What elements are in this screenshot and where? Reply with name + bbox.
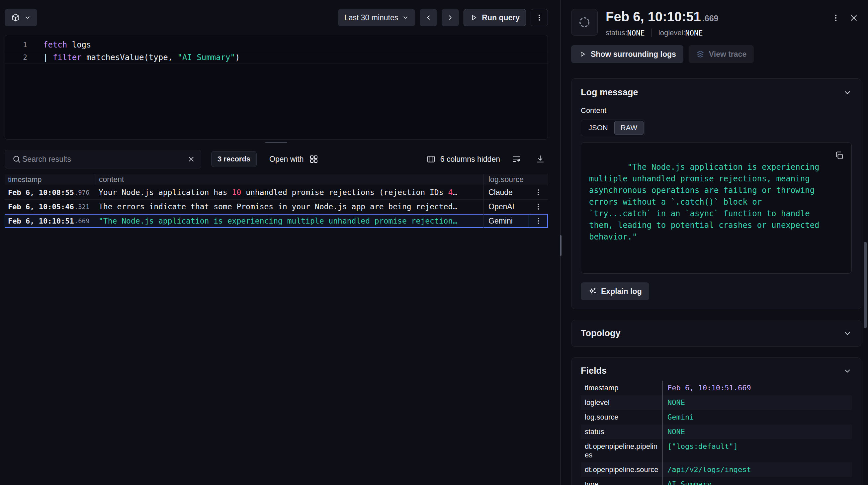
field-value: AI Summary (663, 477, 852, 485)
open-with-control[interactable]: Open with (269, 154, 318, 164)
search-input[interactable] (22, 155, 184, 164)
log-detail-panel: Feb 6, 10:10:51.669 status: NONE logleve… (561, 0, 868, 485)
row-content: "The Node.js application is experiencing… (94, 214, 484, 228)
view-trace-label: View trace (709, 50, 746, 59)
row-timestamp: Feb 6, 10:10:51.669 (5, 214, 94, 228)
run-query-button[interactable]: Run query (464, 9, 526, 26)
apps-grid-icon (309, 154, 318, 164)
field-row[interactable]: status NONE (581, 425, 852, 439)
app-switcher-button[interactable] (5, 9, 37, 26)
panel-buttons: Show surrounding logs View trace (571, 45, 861, 63)
panel-subheader: status: NONE loglevel: NONE (606, 29, 828, 37)
row-menu-button[interactable] (529, 214, 548, 228)
format-toggle: JSON RAW (581, 120, 645, 136)
records-count-badge: 3 records (211, 151, 257, 167)
search-icon (11, 153, 22, 165)
timeframe-next-button[interactable] (442, 9, 459, 26)
columns-hidden-button[interactable]: 6 columns hidden (426, 154, 500, 164)
header-menu-spacer (529, 174, 548, 185)
spinner-icon (571, 9, 598, 35)
table-row-selected[interactable]: Feb 6, 10:10:51.669 "The Node.js applica… (5, 214, 548, 228)
header-timestamp[interactable]: timestamp (5, 174, 94, 185)
log-message-title: Log message (581, 87, 638, 98)
topology-title: Topology (581, 328, 620, 338)
row-source: Claude (484, 185, 529, 199)
cube-icon (11, 13, 20, 22)
field-label: type (581, 477, 662, 485)
field-label: log.source (581, 410, 662, 425)
row-content: Your Node.js application has 10 unhandle… (94, 185, 484, 199)
fields-header[interactable]: Fields (581, 366, 852, 376)
table-row[interactable]: Feb 6, 10:05:46.321 The errors indicate … (5, 200, 548, 214)
field-value: ["logs:default"] (663, 439, 852, 462)
chevron-down-icon[interactable] (843, 367, 852, 375)
loglevel-label: loglevel: (658, 29, 685, 37)
code-line-1: fetch logs (36, 40, 91, 50)
row-menu-button[interactable] (529, 200, 548, 214)
status-label: status: (606, 29, 627, 37)
results-toolbar: 3 records Open with 6 columns hidden (5, 150, 548, 169)
view-trace-button[interactable]: View trace (689, 45, 754, 63)
results-table: timestamp content log.source Feb 6, 10:0… (5, 174, 548, 228)
tab-json[interactable]: JSON (582, 121, 614, 135)
chevron-down-icon[interactable] (843, 329, 852, 338)
panel-scrollbar[interactable] (864, 242, 867, 328)
chevron-down-icon (24, 14, 31, 21)
field-label: dt.openpipeline.source (581, 462, 662, 477)
field-row[interactable]: timestamp Feb 6, 10:10:51.669 (581, 381, 852, 395)
app-window: Last 30 minutes (0, 0, 868, 485)
timeframe-selector[interactable]: Last 30 minutes (338, 9, 415, 26)
field-label: timestamp (581, 381, 662, 395)
field-row[interactable]: type AI Summary (581, 477, 852, 485)
row-menu-button[interactable] (529, 185, 548, 199)
field-value: NONE (663, 395, 852, 410)
columns-icon (426, 154, 436, 164)
show-surrounding-logs-label: Show surrounding logs (591, 50, 676, 59)
wrap-text-icon[interactable] (509, 151, 524, 167)
panel-actions (828, 10, 861, 26)
status-value: NONE (627, 29, 645, 37)
query-editor[interactable]: 1 fetch logs 2 | filter matchesValue(typ… (5, 35, 548, 140)
log-message-content: "The Node.js application is experiencing… (581, 142, 852, 274)
columns-hidden-label: 6 columns hidden (440, 155, 500, 164)
fields-card: Fields timestamp Feb 6, 10:10:51.669 log… (571, 358, 861, 485)
panel-menu-button[interactable] (828, 10, 843, 26)
editor-line: 2 | filter matchesValue(type, "AI Summar… (5, 51, 548, 64)
log-message-header[interactable]: Log message (581, 87, 852, 98)
editor-resize-handle[interactable] (265, 142, 287, 143)
field-label: status (581, 425, 662, 439)
close-panel-button[interactable] (846, 10, 861, 26)
field-row[interactable]: loglevel NONE (581, 395, 852, 410)
line-number: 1 (5, 41, 36, 49)
table-header-row: timestamp content log.source (5, 174, 548, 185)
query-toolbar: Last 30 minutes (5, 9, 548, 26)
row-source: Gemini (484, 214, 529, 228)
field-label: dt.openpipeline.pipelines (581, 439, 662, 462)
toolbar-menu-button[interactable] (531, 9, 548, 26)
field-value: Gemini (663, 410, 852, 425)
header-content[interactable]: content (94, 174, 484, 185)
code-line-2: | filter matchesValue(type, "AI Summary"… (36, 53, 240, 62)
show-surrounding-logs-button[interactable]: Show surrounding logs (571, 45, 683, 63)
play-icon (470, 13, 478, 22)
topology-header[interactable]: Topology (581, 328, 852, 338)
fields-table: timestamp Feb 6, 10:10:51.669 loglevel N… (581, 381, 852, 485)
field-value: Feb 6, 10:10:51.669 (663, 381, 852, 395)
clear-search-button[interactable] (184, 151, 199, 167)
timeframe-prev-button[interactable] (420, 9, 437, 26)
topology-card: Topology (571, 320, 861, 347)
field-value: /api/v2/logs/ingest (663, 462, 852, 477)
field-row[interactable]: log.source Gemini (581, 410, 852, 425)
explain-log-button[interactable]: Explain log (581, 282, 649, 300)
download-icon[interactable] (533, 151, 548, 167)
field-row[interactable]: dt.openpipeline.source /api/v2/logs/inge… (581, 462, 852, 477)
tab-raw[interactable]: RAW (614, 121, 644, 135)
toolbar-right-cluster: Last 30 minutes (338, 9, 548, 26)
open-with-label: Open with (269, 155, 304, 164)
header-log-source[interactable]: log.source (484, 174, 529, 185)
copy-icon[interactable] (832, 148, 847, 163)
field-row[interactable]: dt.openpipeline.pipelines ["logs:default… (581, 439, 852, 462)
fields-title: Fields (581, 366, 607, 376)
chevron-down-icon[interactable] (843, 88, 852, 97)
table-row[interactable]: Feb 6, 10:08:55.976 Your Node.js applica… (5, 185, 548, 200)
